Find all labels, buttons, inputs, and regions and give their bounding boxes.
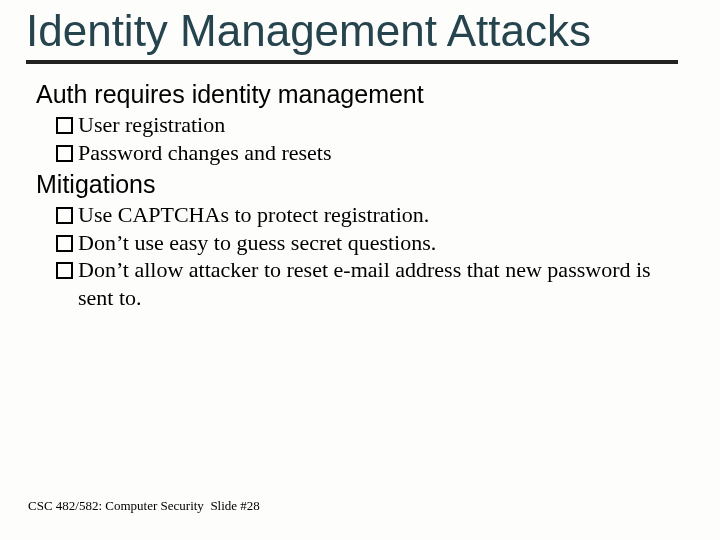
list-item: Use CAPTCHAs to protect registration. xyxy=(56,201,690,229)
slide-title: Identity Management Attacks xyxy=(24,8,696,54)
section-heading-auth: Auth requires identity management xyxy=(36,80,690,109)
list-item: Password changes and resets xyxy=(56,139,690,167)
list-item: Don’t use easy to guess secret questions… xyxy=(56,229,690,257)
list-item: Don’t allow attacker to reset e-mail add… xyxy=(56,256,690,311)
section-heading-mitigations: Mitigations xyxy=(36,170,690,199)
footer-slide-number: Slide #28 xyxy=(210,498,259,513)
title-rule xyxy=(26,60,678,64)
footer-course: CSC 482/582: Computer Security xyxy=(28,498,204,513)
slide-content: Auth requires identity management User r… xyxy=(24,74,696,311)
list-item: User registration xyxy=(56,111,690,139)
slide-footer: CSC 482/582: Computer Security Slide #28 xyxy=(28,498,260,514)
auth-items: User registration Password changes and r… xyxy=(36,111,690,166)
mitigation-items: Use CAPTCHAs to protect registration. Do… xyxy=(36,201,690,311)
slide: Identity Management Attacks Auth require… xyxy=(0,0,720,540)
